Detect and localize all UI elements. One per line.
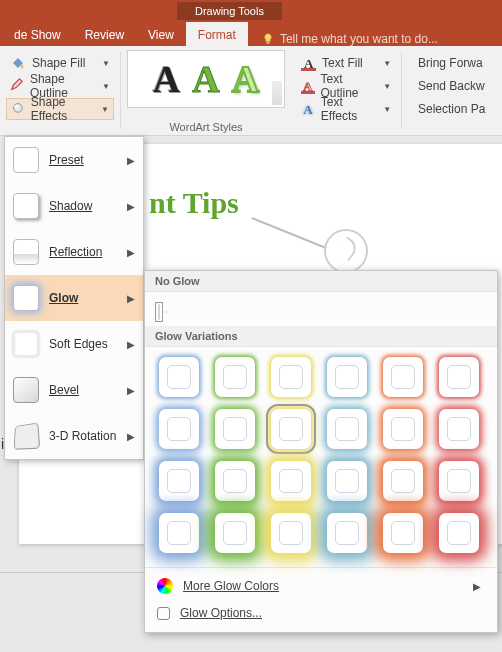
- bring-forward-button[interactable]: Bring Forwa: [408, 52, 496, 74]
- wordart-preset-2[interactable]: A: [192, 57, 219, 101]
- glow-variation[interactable]: [327, 409, 367, 449]
- tab-view[interactable]: View: [136, 22, 186, 46]
- glow-variation[interactable]: [271, 461, 311, 501]
- shape-fill-button[interactable]: Shape Fill ▼: [6, 52, 114, 74]
- chevron-down-icon: ▼: [383, 105, 391, 114]
- chevron-right-icon: ▶: [473, 581, 481, 592]
- svg-point-2: [14, 104, 23, 113]
- fx-shadow-label: Shadow: [49, 199, 92, 213]
- chevron-right-icon: ▶: [127, 201, 135, 212]
- selection-pane-label: Selection Pa: [418, 102, 485, 116]
- chevron-right-icon: ▶: [127, 431, 135, 442]
- chevron-right-icon: ▶: [127, 155, 135, 166]
- fx-preset-label: Preset: [49, 153, 84, 167]
- shape-effects-label: Shape Effects: [31, 95, 95, 123]
- text-outline-button[interactable]: A Text Outline ▼: [297, 75, 395, 97]
- fx-reflection-label: Reflection: [49, 245, 102, 259]
- text-fill-label: Text Fill: [322, 56, 363, 70]
- no-glow-option[interactable]: [155, 302, 163, 322]
- chevron-right-icon: ▶: [127, 247, 135, 258]
- text-effects-label: Text Effects: [321, 95, 377, 123]
- fx-shadow[interactable]: Shadow ▶: [5, 183, 143, 229]
- shape-effects-menu: Preset ▶ Shadow ▶ Reflection ▶ Glow ▶ So…: [4, 136, 144, 460]
- color-wheel-icon: [157, 578, 173, 594]
- shape-fill-label: Shape Fill: [32, 56, 85, 70]
- shape-effects-button[interactable]: Shape Effects ▼: [6, 98, 114, 120]
- fx-soft-edges[interactable]: Soft Edges ▶: [5, 321, 143, 367]
- chevron-down-icon: ▼: [102, 59, 110, 68]
- reflection-icon: [13, 239, 39, 265]
- glow-variation[interactable]: [383, 461, 423, 501]
- no-glow-header: No Glow: [145, 271, 497, 292]
- chevron-down-icon: ▼: [383, 82, 391, 91]
- wordart-preset-1[interactable]: A: [153, 57, 180, 101]
- more-glow-colors-label: More Glow Colors: [183, 579, 279, 593]
- chevron-down-icon: ▼: [101, 105, 109, 114]
- soft-edges-icon: [13, 331, 39, 357]
- glow-variation[interactable]: [383, 409, 423, 449]
- shape-outline-button[interactable]: Shape Outline ▼: [6, 75, 114, 97]
- glow-options-label: Glow Options...: [180, 606, 262, 620]
- fx-glow[interactable]: Glow ▶: [5, 275, 143, 321]
- fx-3d-rotation-label: 3-D Rotation: [49, 429, 116, 443]
- glow-variation[interactable]: [439, 461, 479, 501]
- glow-variation[interactable]: [439, 409, 479, 449]
- glow-variation[interactable]: [215, 461, 255, 501]
- rotation-icon: [14, 422, 41, 449]
- wordart-gallery[interactable]: A A A: [127, 50, 285, 108]
- preset-icon: [13, 147, 39, 173]
- glow-variation[interactable]: [215, 513, 255, 553]
- selection-pane-button[interactable]: Selection Pa: [408, 98, 496, 120]
- bring-forward-label: Bring Forwa: [418, 56, 483, 70]
- circle-shape[interactable]: [324, 229, 368, 273]
- text-fill-icon: A: [301, 56, 316, 71]
- send-backward-label: Send Backw: [418, 79, 485, 93]
- glow-variation[interactable]: [383, 357, 423, 397]
- bucket-icon: [10, 55, 26, 71]
- effects-icon: [11, 101, 25, 117]
- drawing-tools-context-tab: Drawing Tools: [177, 2, 282, 20]
- svg-point-3: [14, 105, 17, 107]
- glow-variation[interactable]: [159, 357, 199, 397]
- tell-me-search[interactable]: Tell me what you want to do...: [248, 32, 438, 46]
- bevel-icon: [13, 377, 39, 403]
- text-effects-button[interactable]: A Text Effects ▼: [297, 98, 395, 120]
- pen-icon: [10, 78, 24, 94]
- chevron-right-icon: ▶: [127, 293, 135, 304]
- chevron-down-icon: ▼: [102, 82, 110, 91]
- fx-preset[interactable]: Preset ▶: [5, 137, 143, 183]
- fx-3d-rotation[interactable]: 3-D Rotation ▶: [5, 413, 143, 459]
- fx-glow-label: Glow: [49, 291, 78, 305]
- glow-variation[interactable]: [439, 513, 479, 553]
- glow-variation[interactable]: [215, 357, 255, 397]
- fx-bevel[interactable]: Bevel ▶: [5, 367, 143, 413]
- chevron-right-icon: ▶: [127, 385, 135, 396]
- glow-icon: [13, 285, 39, 311]
- wordart-preset-3[interactable]: A: [232, 57, 259, 101]
- fx-bevel-label: Bevel: [49, 383, 79, 397]
- glow-variation[interactable]: [271, 513, 311, 553]
- glow-variation[interactable]: [327, 461, 367, 501]
- glow-variation[interactable]: [327, 357, 367, 397]
- glow-variation[interactable]: [159, 409, 199, 449]
- options-icon: [157, 607, 170, 620]
- tab-review[interactable]: Review: [73, 22, 136, 46]
- chevron-right-icon: ▶: [127, 339, 135, 350]
- glow-flyout-panel: No Glow Glow Variations More Glow Colors…: [144, 270, 498, 633]
- tab-format[interactable]: Format: [186, 22, 248, 46]
- glow-variation[interactable]: [271, 409, 311, 449]
- glow-variation[interactable]: [327, 513, 367, 553]
- glow-variation[interactable]: [271, 357, 311, 397]
- fx-reflection[interactable]: Reflection ▶: [5, 229, 143, 275]
- text-fill-button[interactable]: A Text Fill ▼: [297, 52, 395, 74]
- glow-variation[interactable]: [159, 461, 199, 501]
- send-backward-button[interactable]: Send Backw: [408, 75, 496, 97]
- glow-options[interactable]: Glow Options...: [151, 600, 491, 626]
- more-glow-colors[interactable]: More Glow Colors ▶: [151, 572, 491, 600]
- connector-shape[interactable]: [252, 217, 327, 249]
- tab-slide-show[interactable]: de Show: [2, 22, 73, 46]
- glow-variation[interactable]: [439, 357, 479, 397]
- glow-variation[interactable]: [215, 409, 255, 449]
- glow-variation[interactable]: [159, 513, 199, 553]
- glow-variation[interactable]: [383, 513, 423, 553]
